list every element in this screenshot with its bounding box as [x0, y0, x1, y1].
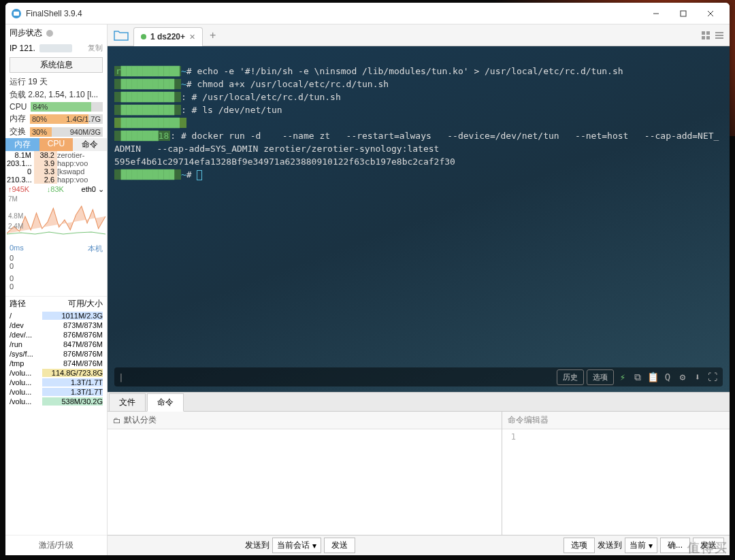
disk-row: /dev/...876M/876M	[5, 330, 107, 340]
disk-row: /dev873M/873M	[5, 320, 107, 330]
proc-tab-cpu[interactable]: CPU	[39, 138, 74, 151]
svg-rect-3	[681, 11, 686, 16]
uptime-label: 运行 19 天	[5, 76, 107, 88]
close-button[interactable]	[697, 4, 724, 23]
disk-row: /sys/f...876M/876M	[5, 349, 107, 359]
app-icon	[11, 8, 22, 19]
system-info-button[interactable]: 系统信息	[10, 57, 103, 73]
command-input-bar: | 历史 选项 ⚡ ⧉ 📋 Q ⚙ ⬇ ⛶	[114, 367, 723, 386]
proc-row: 03.3[kswapd	[5, 167, 107, 176]
folder-icon[interactable]	[113, 27, 129, 44]
load-label: 负载 2.82, 1.54, 1.10 [l...	[5, 88, 107, 101]
footer-options-button[interactable]: 选项	[564, 538, 595, 553]
line-number: 1	[502, 429, 519, 536]
command-input[interactable]	[127, 372, 554, 382]
send-button-2[interactable]: 发送	[693, 538, 724, 553]
session-tab[interactable]: 1 ds220+ ✕	[133, 27, 203, 46]
window-title: FinalShell 3.9.4	[26, 9, 642, 18]
mem-bar: 80%1.4G/1.7G	[30, 114, 103, 124]
sync-dot-icon	[46, 30, 53, 37]
disk-row: /tmp874M/876M	[5, 359, 107, 368]
tabbar: 1 ds220+ ✕ +	[108, 24, 730, 46]
tab-title: 1 ds220+	[150, 32, 185, 42]
proc-row: 210.3...2.6happ:voo	[5, 176, 107, 184]
sidebar: 同步状态 IP 121. 复制 系统信息 运行 19 天 负载 2.82, 1.…	[5, 24, 108, 555]
download-icon[interactable]: ⬇	[691, 371, 704, 384]
disk-row: /1011M/2.3G	[5, 311, 107, 320]
connected-dot-icon	[141, 34, 146, 39]
send-to-label-2: 发送到	[598, 540, 622, 551]
search-icon[interactable]: Q	[662, 371, 674, 384]
proc-row: 203.1...3.9happ:voo	[5, 159, 107, 167]
disk-row: /volu...114.8G/723.8G	[5, 368, 107, 378]
latency-host-dropdown[interactable]: 本机	[88, 244, 103, 254]
net-up: ↑945K	[8, 185, 29, 194]
swap-bar: 30%940M/3G	[30, 127, 103, 137]
svg-rect-6	[702, 31, 705, 35]
add-tab-button[interactable]: +	[210, 29, 216, 42]
proc-tab-mem[interactable]: 内存	[5, 138, 39, 151]
terminal[interactable]: r███████████~# echo -e '#!/bin/sh -e \ni…	[108, 46, 730, 392]
svg-rect-9	[706, 36, 710, 39]
options-button[interactable]: 选项	[587, 369, 614, 385]
paste-icon[interactable]: 📋	[647, 371, 659, 384]
net-down: ↓83K	[47, 185, 64, 194]
grid-view-icon[interactable]	[700, 29, 712, 42]
disk-row: /volu...1.3T/1.7T	[5, 387, 107, 397]
footer-bar: 发送到 当前会话▾ 发送 选项 发送到 当前▾ 确... 发送	[108, 535, 730, 555]
maximize-button[interactable]	[670, 4, 697, 23]
fullscreen-icon[interactable]: ⛶	[706, 371, 719, 384]
bottom-tabs: 文件 命令	[108, 392, 730, 411]
process-tabs: 内存 CPU 命令	[5, 138, 107, 151]
history-button[interactable]: 历史	[557, 369, 584, 385]
cpu-label: CPU	[10, 102, 27, 112]
commands-panel: 🗀 默认分类 命令编辑器 1	[108, 411, 730, 535]
category-default[interactable]: 🗀 默认分类	[108, 412, 502, 429]
list-view-icon[interactable]	[713, 29, 725, 42]
svg-rect-7	[706, 31, 710, 35]
latency-ms: 0ms	[10, 244, 24, 254]
cursor-icon	[197, 170, 202, 180]
proc-tab-cmd[interactable]: 命令	[73, 138, 107, 151]
cpu-bar: 84%	[31, 102, 103, 112]
main-area: 1 ds220+ ✕ + r███████████~# echo -e '#!/…	[108, 24, 730, 555]
bolt-icon[interactable]: ⚡	[617, 371, 629, 384]
activate-button[interactable]: 激活/升级	[5, 535, 107, 555]
process-list: 8.1M38.2zerotier- 203.1...3.9happ:voo 03…	[5, 151, 107, 184]
swap-label: 交换	[10, 126, 26, 137]
tab-commands[interactable]: 命令	[147, 393, 184, 412]
copy-ip-button[interactable]: 复制	[88, 43, 103, 53]
folder-icon: 🗀	[113, 416, 121, 425]
svg-rect-1	[14, 12, 19, 16]
disk-header: 路径 可用/大小	[5, 296, 107, 311]
command-editor-title: 命令编辑器	[502, 412, 730, 429]
disk-row: /run847M/876M	[5, 340, 107, 349]
proc-row: 8.1M38.2zerotier-	[5, 151, 107, 159]
ip-label: IP 121.	[10, 44, 35, 53]
tab-files[interactable]: 文件	[109, 393, 146, 411]
send-button[interactable]: 发送	[324, 538, 355, 553]
titlebar: FinalShell 3.9.4	[5, 3, 730, 24]
mem-label: 内存	[10, 113, 26, 125]
ip-masked	[39, 44, 72, 52]
svg-rect-8	[702, 36, 705, 39]
net-iface-dropdown[interactable]: eth0 ⌄	[82, 185, 104, 194]
confirm-button[interactable]: 确...	[660, 538, 690, 553]
gear-icon[interactable]: ⚙	[676, 371, 689, 384]
send-to-label: 发送到	[245, 540, 270, 551]
disk-row: /volu...1.3T/1.7T	[5, 378, 107, 387]
session-select[interactable]: 当前会话▾	[272, 538, 321, 553]
minimize-button[interactable]	[642, 4, 670, 23]
sync-status-label: 同步状态	[10, 27, 42, 39]
current-select[interactable]: 当前▾	[625, 538, 657, 553]
disk-row: /volu...538M/30.2G	[5, 397, 107, 406]
command-editor[interactable]	[519, 429, 730, 536]
tab-close-icon[interactable]: ✕	[189, 33, 195, 42]
net-chart	[7, 203, 105, 235]
copy-icon[interactable]: ⧉	[632, 371, 644, 384]
